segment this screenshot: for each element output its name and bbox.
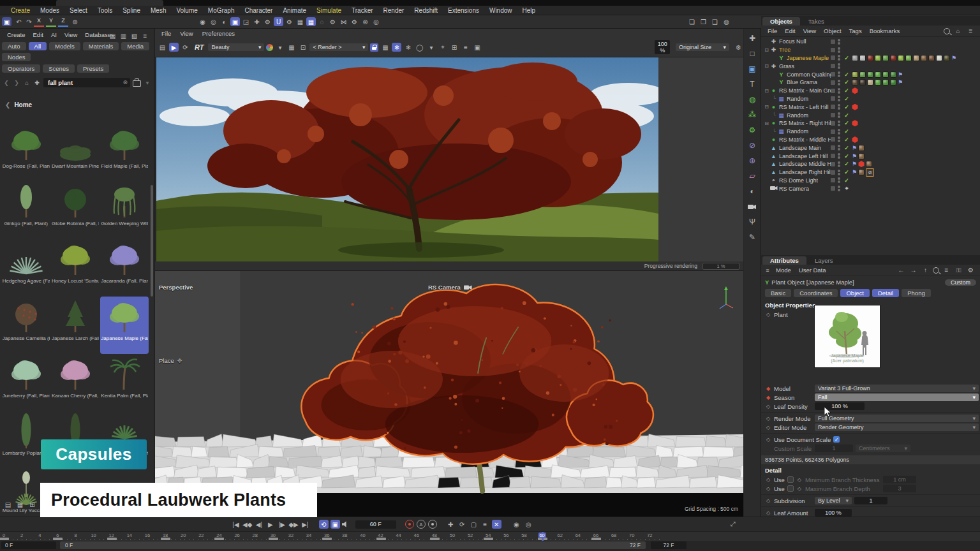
object-row-grass[interactable]: ⊟✚Grass xyxy=(761,62,980,70)
tab-scenes[interactable]: Scenes xyxy=(43,64,75,73)
tab-all[interactable]: All xyxy=(29,42,47,50)
menu-item-tags[interactable]: Tags xyxy=(845,27,866,34)
material-tag[interactable] xyxy=(852,71,858,78)
layer-color-chip[interactable] xyxy=(831,186,835,191)
enabled-check-icon[interactable]: ✓ xyxy=(843,112,850,119)
material-tag[interactable] xyxy=(858,169,865,175)
rt-renderer-label[interactable]: RT xyxy=(195,43,204,51)
material-tag[interactable] xyxy=(898,55,904,61)
grid-icon[interactable]: ▦ xyxy=(295,17,305,26)
menu-item-character[interactable]: Character xyxy=(241,7,278,14)
rgb-icon[interactable] xyxy=(266,44,273,51)
menu-item-render[interactable]: Render xyxy=(379,7,409,14)
stage-icon[interactable]: Ψ xyxy=(746,216,759,227)
frame-tick-6[interactable]: 6 xyxy=(56,533,59,538)
visibility-dots[interactable] xyxy=(838,186,840,191)
object-row-rs-matrix-left-hill[interactable]: ⊟●RS Matrix - Left Hill✓ xyxy=(761,103,980,111)
redshift-object-tag[interactable] xyxy=(852,120,858,126)
use-min-branch-chec kbox[interactable] xyxy=(787,476,794,483)
annotation-flag-tag[interactable]: ⚑ xyxy=(852,169,857,175)
asset-item-japanese-larch[interactable]: Japanese Larch (Fall, Pl... xyxy=(51,297,100,354)
menu-item-user-data[interactable]: User Data xyxy=(795,267,830,274)
modeling-cube-icon[interactable]: ▣ xyxy=(230,17,240,26)
environment-icon[interactable]: ◐ xyxy=(746,186,759,196)
play-icon[interactable]: ▶ xyxy=(265,520,275,529)
tab-layers[interactable]: Layers xyxy=(807,256,841,265)
visibility-dots[interactable] xyxy=(838,71,840,77)
layer-color-chip[interactable] xyxy=(831,170,835,175)
layer-color-chip[interactable] xyxy=(831,178,835,182)
menu-item-modes[interactable]: Modes xyxy=(36,7,64,14)
annotation-flag-tag[interactable]: ⚑ xyxy=(951,55,956,61)
add-icon[interactable]: ✚ xyxy=(33,78,41,87)
menu-item-preferences[interactable]: Preferences xyxy=(198,30,239,38)
frame-tick-24[interactable]: 24 xyxy=(216,533,221,538)
asset-item-golden-weeping-willo-[interactable]: Golden Weeping Willo... xyxy=(100,182,149,239)
frame-tick-66[interactable]: 66 xyxy=(593,533,598,538)
frame-tick-14[interactable]: 14 xyxy=(127,533,132,538)
object-row-landscape-left-hill[interactable]: ▲Landscape Left Hill✓⚑ xyxy=(761,152,980,160)
redo-icon[interactable]: ↷ xyxy=(24,17,34,26)
editor-mode-select[interactable]: Render Geometry▾ xyxy=(815,423,979,431)
layout-icon[interactable]: ▣ xyxy=(2,17,11,26)
tab-takes[interactable]: Takes xyxy=(801,17,832,26)
layer-color-chip[interactable] xyxy=(831,80,835,85)
image-size-select[interactable]: Original Size▾ xyxy=(676,43,729,51)
refresh-icon[interactable]: ⟳ xyxy=(181,43,190,52)
snowflake-icon[interactable]: ❄ xyxy=(392,43,401,52)
caret-icon[interactable]: ▾ xyxy=(426,43,436,52)
asset-item-japanese-maple[interactable]: Japanese Maple (Fall, ... xyxy=(100,297,149,354)
circle-icon[interactable]: ◯ xyxy=(415,43,424,52)
generator-icon[interactable]: ◍ xyxy=(746,94,759,105)
frame-tick-4[interactable]: 4 xyxy=(38,533,41,538)
menu-item-view[interactable]: View xyxy=(61,31,80,38)
visibility-dots[interactable] xyxy=(838,145,840,151)
visibility-dots[interactable] xyxy=(838,129,840,135)
frame-tick-52[interactable]: 52 xyxy=(468,533,473,538)
asset-item-kentia-palm[interactable]: Kentia Palm (Fall, Plant) xyxy=(100,354,149,411)
prev-key-icon[interactable]: ◀◆ xyxy=(242,520,252,529)
asset-item-hedgehog-agave[interactable]: Hedgehog Agave (Fall... xyxy=(2,239,50,297)
filter-icon[interactable]: ≡ xyxy=(966,27,976,36)
menu-item-create[interactable]: Create xyxy=(4,31,29,38)
coordinate-system-icon[interactable]: ⊕ xyxy=(70,17,80,26)
redshift-object-tag[interactable] xyxy=(852,104,858,110)
use-document-scale-checkbox[interactable]: ✓ xyxy=(833,436,840,443)
enabled-check-icon[interactable]: ✓ xyxy=(843,145,850,151)
menu-item-create[interactable]: Create xyxy=(6,7,34,14)
frame-tick-8[interactable]: 8 xyxy=(74,533,77,538)
perspective-viewport[interactable]: Perspective RS Camera Place ✥ Grid Spaci… xyxy=(155,271,743,517)
layer-color-chip[interactable] xyxy=(831,145,835,150)
search-icon[interactable] xyxy=(944,28,950,34)
snap-gear-icon[interactable]: ⚙ xyxy=(285,17,294,26)
asset-item-field-maple[interactable]: Field Maple (Fall, Plant) xyxy=(100,124,149,182)
gear-icon[interactable]: ⚙ xyxy=(966,266,976,275)
keyframe-dot-icon[interactable]: ◆ xyxy=(765,386,771,392)
disabled-tag[interactable]: ⊘ xyxy=(866,168,874,177)
download-basket-icon[interactable] xyxy=(133,80,141,87)
axis-gear-icon[interactable]: ⚙ xyxy=(263,17,272,26)
takes-icon[interactable]: ▣ xyxy=(330,520,340,529)
frame-tick-46[interactable]: 46 xyxy=(414,533,419,538)
quantize-grid-icon[interactable]: ▦ xyxy=(306,17,316,26)
material-tag[interactable] xyxy=(890,55,896,61)
menu-item-extensions[interactable]: Extensions xyxy=(443,7,484,14)
camera-target-icon[interactable]: ⌖ xyxy=(843,185,850,192)
frame-tick-12[interactable]: 12 xyxy=(109,533,114,538)
object-row-tree[interactable]: ⊟✚Tree xyxy=(761,46,980,54)
breadcrumb[interactable]: ❮ Home xyxy=(0,87,154,108)
clear-search-icon[interactable]: ⊗ xyxy=(122,79,128,85)
visibility-dots[interactable] xyxy=(838,63,840,69)
gear-icon[interactable]: ⚙ xyxy=(734,43,743,52)
frame-tick-22[interactable]: 22 xyxy=(198,533,204,538)
chevron-down-icon[interactable]: ▾ xyxy=(144,78,151,87)
material-tag[interactable] xyxy=(866,161,872,167)
enabled-check-icon[interactable]: ✓ xyxy=(843,128,850,135)
plant-preview-image[interactable]: Japanese Maple (Acer palmatum) xyxy=(814,305,880,368)
material-tag[interactable] xyxy=(859,55,866,61)
expander-icon[interactable]: ⊟ xyxy=(764,47,769,53)
frame-tick-64[interactable]: 64 xyxy=(575,533,581,538)
menu-item-tracker[interactable]: Tracker xyxy=(347,7,378,14)
burger-icon[interactable]: ≡ xyxy=(140,31,150,40)
material-tag[interactable] xyxy=(921,55,927,61)
